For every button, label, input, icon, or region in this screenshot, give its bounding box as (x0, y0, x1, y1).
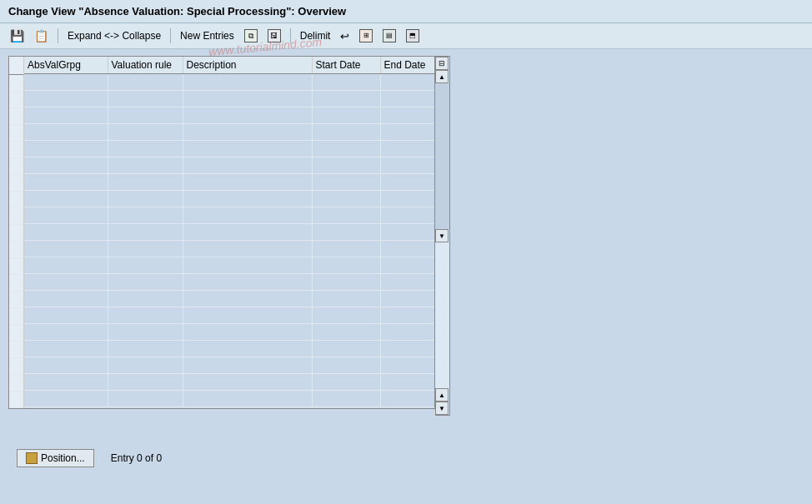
row-selector[interactable] (9, 392, 23, 408)
copy-rows-btn[interactable]: ⧉ (241, 27, 261, 45)
row-selector[interactable] (9, 158, 23, 175)
table-cell[interactable] (24, 141, 108, 157)
row-selector[interactable] (9, 108, 23, 125)
table-cell[interactable] (108, 174, 183, 191)
table-cell[interactable] (108, 157, 183, 174)
row-selector[interactable] (9, 242, 23, 258)
table-cell[interactable] (183, 307, 312, 324)
table-cell[interactable] (183, 141, 312, 157)
undo-btn[interactable]: ↩ (337, 27, 353, 45)
table-row[interactable] (24, 307, 434, 324)
table-cell[interactable] (108, 74, 183, 91)
table-cell[interactable] (312, 124, 380, 141)
table-cell[interactable] (108, 391, 183, 407)
table-cell[interactable] (24, 191, 108, 207)
table-cell[interactable] (24, 257, 108, 274)
table-cell[interactable] (24, 374, 108, 391)
table-cell[interactable] (24, 391, 108, 407)
table-cell[interactable] (24, 74, 108, 91)
table-row[interactable] (24, 174, 434, 191)
table-row[interactable] (24, 374, 434, 391)
table-cell[interactable] (183, 241, 312, 257)
table-cell[interactable] (312, 241, 380, 257)
delimit-btn[interactable]: Delimit (297, 27, 334, 44)
table-cell[interactable] (108, 307, 183, 324)
table-cell[interactable] (312, 174, 380, 191)
table-row[interactable] (24, 357, 434, 374)
table-cell[interactable] (24, 357, 108, 374)
table-cell[interactable] (24, 241, 108, 257)
table-row[interactable] (24, 157, 434, 174)
table-cell[interactable] (183, 207, 312, 224)
table-cell[interactable] (24, 107, 108, 124)
table-cell[interactable] (312, 74, 380, 91)
table-cell[interactable] (312, 107, 380, 124)
table-cell[interactable] (183, 274, 312, 291)
table-cell[interactable] (24, 174, 108, 191)
table-cell[interactable] (380, 141, 434, 157)
table-cell[interactable] (380, 174, 434, 191)
expand-collapse-btn[interactable]: Expand <-> Collapse (64, 27, 164, 44)
new-entries-btn[interactable]: New Entries (177, 27, 238, 44)
table-row[interactable] (24, 391, 434, 407)
scroll-up-bottom-btn[interactable]: ▲ (435, 388, 449, 402)
save-icon-btn[interactable]: 💾 (7, 27, 28, 45)
table-row[interactable] (24, 291, 434, 307)
export-btn[interactable]: ⬒ (403, 27, 423, 45)
table-row[interactable] (24, 241, 434, 257)
table-row[interactable] (24, 257, 434, 274)
table-cell[interactable] (312, 207, 380, 224)
table-cell[interactable] (183, 391, 312, 407)
table-cell[interactable] (183, 174, 312, 191)
table-cell[interactable] (380, 257, 434, 274)
table-cell[interactable] (312, 357, 380, 374)
table-cell[interactable] (24, 224, 108, 241)
table-cell[interactable] (24, 274, 108, 291)
table-cell[interactable] (183, 191, 312, 207)
table-cell[interactable] (380, 307, 434, 324)
table-cell[interactable] (380, 241, 434, 257)
table-cell[interactable] (108, 207, 183, 224)
table-cell[interactable] (183, 224, 312, 241)
table-cell[interactable] (380, 341, 434, 357)
scroll-down-top-btn[interactable]: ▼ (435, 229, 449, 242)
table-cell[interactable] (380, 391, 434, 407)
table-row[interactable] (24, 124, 434, 141)
table-cell[interactable] (183, 324, 312, 341)
table-cell[interactable] (183, 91, 312, 107)
table-row[interactable] (24, 74, 434, 91)
row-selector[interactable] (9, 292, 23, 308)
table-cell[interactable] (108, 357, 183, 374)
table-cell[interactable] (24, 207, 108, 224)
table-cell[interactable] (183, 357, 312, 374)
row-selector[interactable] (9, 208, 23, 225)
table-view-btn[interactable]: ⊞ (356, 27, 376, 45)
table-cell[interactable] (380, 291, 434, 307)
table-cell[interactable] (24, 157, 108, 174)
row-selector[interactable] (9, 308, 23, 325)
table-cell[interactable] (312, 91, 380, 107)
table-row[interactable] (24, 324, 434, 341)
table-row[interactable] (24, 107, 434, 124)
table-cell[interactable] (108, 274, 183, 291)
table-cell[interactable] (380, 91, 434, 107)
table-row[interactable] (24, 91, 434, 107)
table-cell[interactable] (312, 141, 380, 157)
table-row[interactable] (24, 191, 434, 207)
table-row[interactable] (24, 274, 434, 291)
table-cell[interactable] (24, 307, 108, 324)
table-cell[interactable] (108, 291, 183, 307)
column-chooser-btn[interactable]: ⊟ (435, 57, 449, 70)
table-cell[interactable] (183, 124, 312, 141)
table-cell[interactable] (312, 224, 380, 241)
table-row[interactable] (24, 207, 434, 224)
table-cell[interactable] (108, 324, 183, 341)
row-selector[interactable] (9, 175, 23, 192)
table-cell[interactable] (312, 324, 380, 341)
table-cell[interactable] (108, 191, 183, 207)
row-selector[interactable] (9, 375, 23, 392)
table-cell[interactable] (108, 374, 183, 391)
table-cell[interactable] (108, 91, 183, 107)
table-cell[interactable] (108, 257, 183, 274)
table-cell[interactable] (312, 191, 380, 207)
